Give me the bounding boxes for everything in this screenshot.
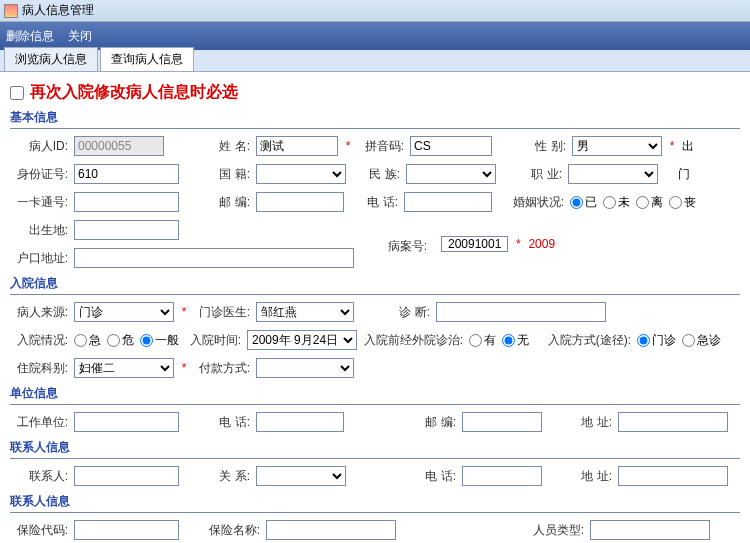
lbl-phone: 电 话: [350, 194, 398, 211]
contact-name-input[interactable] [74, 466, 179, 486]
lbl-admission-cond: 入院情况: [10, 332, 68, 349]
caseno-big: 20091001 * 2009 [441, 236, 555, 252]
lbl-contact-addr: 地 址: [570, 468, 612, 485]
idcard-input[interactable] [74, 164, 179, 184]
lbl-admission-time: 入院时间: [185, 332, 241, 349]
lbl-patient-id: 病人ID: [10, 138, 68, 155]
way-outpatient[interactable]: 门诊 [637, 332, 676, 349]
cond-normal[interactable]: 一般 [140, 332, 179, 349]
payment-select[interactable] [256, 358, 354, 378]
tabbar: 浏览病人信息 查询病人信息 [0, 50, 750, 72]
household-input[interactable] [74, 248, 354, 268]
name-input[interactable] [256, 136, 338, 156]
cutoff-1: 出 [682, 138, 694, 155]
cond-urgent[interactable]: 急 [74, 332, 101, 349]
menubar: 删除信息 关闭 [0, 22, 750, 50]
marital-div[interactable]: 离 [636, 194, 663, 211]
ethnicity-select[interactable] [406, 164, 496, 184]
required-name: * [344, 139, 352, 153]
lbl-household: 户口地址: [10, 250, 68, 267]
diagnosis-input[interactable] [436, 302, 606, 322]
lbl-outdoctor: 门诊医生: [194, 304, 250, 321]
content: 再次入院修改病人信息时必选 基本信息 病人ID: 姓 名: * 拼音码: 性 别… [0, 72, 750, 543]
readmission-checkbox[interactable] [10, 86, 24, 100]
birthplace-input[interactable] [74, 220, 179, 240]
lbl-name: 姓 名: [204, 138, 250, 155]
headline-text: 再次入院修改病人信息时必选 [30, 82, 238, 103]
marital-widow[interactable]: 丧 [669, 194, 696, 211]
persontype-input[interactable] [590, 520, 710, 540]
lbl-dept: 住院科别: [10, 360, 68, 377]
marital-yes[interactable]: 已 [570, 194, 597, 211]
required-dept: * [180, 361, 188, 375]
insname-input[interactable] [266, 520, 396, 540]
titlebar: 病人信息管理 [0, 0, 750, 22]
lbl-relation: 关 系: [204, 468, 250, 485]
hr-contact [10, 458, 740, 459]
admission-way-group: 门诊 急诊 [637, 332, 721, 349]
work-phone-input[interactable] [256, 412, 344, 432]
caseno-value: 20091001 [441, 236, 508, 252]
marital-no[interactable]: 未 [603, 194, 630, 211]
lbl-contact-phone: 电 话: [410, 468, 456, 485]
section-contact2: 联系人信息 [10, 493, 740, 510]
required-source: * [180, 305, 188, 319]
hr-contact2 [10, 512, 740, 513]
phone-input[interactable] [404, 192, 492, 212]
lbl-gender: 性 别: [524, 138, 566, 155]
lbl-birthplace: 出生地: [10, 222, 68, 239]
contact-phone-input[interactable] [462, 466, 542, 486]
lbl-diagnosis: 诊 断: [384, 304, 430, 321]
tab-browse[interactable]: 浏览病人信息 [4, 47, 98, 71]
pretreatment-group: 有 无 [469, 332, 529, 349]
lbl-pretreatment: 入院前经外院诊治: [363, 332, 463, 349]
lbl-occupation: 职 业: [520, 166, 562, 183]
nationality-select[interactable] [256, 164, 346, 184]
postcode-input[interactable] [256, 192, 344, 212]
outdoctor-select[interactable]: 邹红燕 [256, 302, 354, 322]
relation-select[interactable] [256, 466, 346, 486]
gender-select[interactable]: 男 [572, 136, 662, 156]
dept-select[interactable]: 妇催二 [74, 358, 174, 378]
lbl-pinyin: 拼音码: [358, 138, 404, 155]
cutoff-2: 门 [678, 166, 690, 183]
patient-id-input [74, 136, 164, 156]
caseno-red: 2009 [528, 237, 555, 251]
pre-yes[interactable]: 有 [469, 332, 496, 349]
pinyin-input[interactable] [410, 136, 492, 156]
hr-work [10, 404, 740, 405]
admission-time-select[interactable]: 2009年 9月24日 [247, 330, 357, 350]
menu-delete[interactable]: 删除信息 [6, 28, 54, 45]
occupation-select[interactable] [568, 164, 658, 184]
section-work: 单位信息 [10, 385, 740, 402]
lbl-admission-way: 入院方式(途径): [535, 332, 631, 349]
cond-critical[interactable]: 危 [107, 332, 134, 349]
lbl-payment: 付款方式: [194, 360, 250, 377]
lbl-work-addr: 地 址: [570, 414, 612, 431]
contact-addr-input[interactable] [618, 466, 728, 486]
title-text: 病人信息管理 [22, 2, 94, 19]
hr-basic [10, 128, 740, 129]
cardno-input[interactable] [74, 192, 179, 212]
lbl-cardno: 一卡通号: [10, 194, 68, 211]
hr-admission [10, 294, 740, 295]
pre-no[interactable]: 无 [502, 332, 529, 349]
way-emergency[interactable]: 急诊 [682, 332, 721, 349]
lbl-postcode: 邮 编: [204, 194, 250, 211]
workunit-input[interactable] [74, 412, 179, 432]
lbl-ethnicity: 民 族: [352, 166, 400, 183]
lbl-source: 病人来源: [10, 304, 68, 321]
lbl-marital: 婚姻状况: [508, 194, 564, 211]
section-contact: 联系人信息 [10, 439, 740, 456]
source-select[interactable]: 门诊 [74, 302, 174, 322]
menu-close[interactable]: 关闭 [68, 28, 92, 45]
work-postcode-input[interactable] [462, 412, 542, 432]
lbl-workunit: 工作单位: [10, 414, 68, 431]
lbl-insname: 保险名称: [204, 522, 260, 539]
tab-search[interactable]: 查询病人信息 [100, 47, 194, 71]
inscode-input[interactable] [74, 520, 179, 540]
lbl-contact-name: 联系人: [10, 468, 68, 485]
admission-cond-group: 急 危 一般 [74, 332, 179, 349]
section-basic: 基本信息 [10, 109, 740, 126]
work-addr-input[interactable] [618, 412, 728, 432]
